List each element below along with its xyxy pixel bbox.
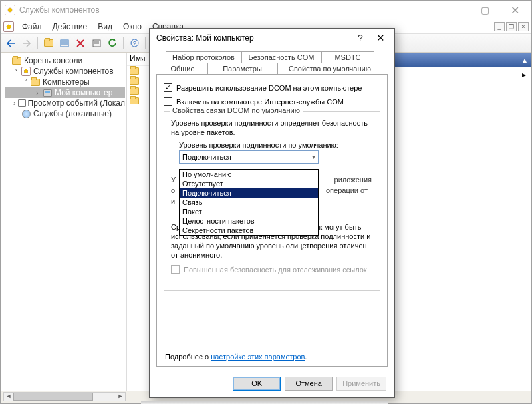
menu-window[interactable]: Окно bbox=[118, 21, 147, 33]
forward-button[interactable] bbox=[19, 36, 34, 51]
dialog-buttons: OK Отмена Применить bbox=[150, 369, 394, 397]
auth-level-dropdown[interactable]: По умолчанию Отсутствует Подключиться Св… bbox=[179, 169, 319, 236]
titlebar[interactable]: Службы компонентов — ▢ ✕ bbox=[1, 1, 531, 19]
folder-icon bbox=[130, 67, 139, 75]
mdi-minimize-button[interactable]: _ bbox=[494, 22, 505, 31]
dropdown-option[interactable]: Пакет bbox=[180, 207, 318, 216]
dialog-help-button[interactable]: ? bbox=[352, 33, 369, 43]
svg-rect-3 bbox=[93, 40, 100, 47]
combo-value: Подключиться bbox=[182, 153, 231, 161]
dialog-shadow bbox=[141, 401, 388, 404]
toolbar-folder-icon[interactable] bbox=[41, 36, 56, 51]
toolbar-delete-icon[interactable] bbox=[73, 36, 88, 51]
scroll-thumb[interactable] bbox=[13, 393, 93, 401]
folder-icon bbox=[130, 77, 139, 85]
scroll-left-icon[interactable]: ◄ bbox=[4, 393, 13, 401]
toolbar-list-icon[interactable] bbox=[57, 36, 72, 51]
auth-level-label: Уровень проверки подлинности по умолчани… bbox=[179, 141, 373, 149]
svg-rect-0 bbox=[61, 40, 68, 47]
toolbar-refresh-icon[interactable] bbox=[105, 36, 120, 51]
tree-root[interactable]: Корень консоли bbox=[24, 56, 82, 65]
apply-button[interactable]: Применить bbox=[336, 377, 386, 391]
tree-view[interactable]: Корень консоли ˅ Службы компонентов ˅ Ко… bbox=[1, 53, 127, 391]
services-icon bbox=[21, 109, 31, 118]
event-viewer-icon bbox=[18, 99, 26, 108]
tab-parameters[interactable]: Параметры bbox=[207, 63, 277, 74]
submenu-arrow-icon: ▸ bbox=[522, 70, 526, 79]
tree-expander[interactable]: › bbox=[33, 89, 42, 97]
window-title: Службы компонентов bbox=[19, 5, 440, 15]
folder-icon bbox=[130, 87, 139, 95]
maximize-button[interactable]: ▢ bbox=[470, 2, 500, 18]
obscured-text: риложения bbox=[334, 176, 372, 184]
dialog-titlebar[interactable]: Свойства: Мой компьютер ? ✕ bbox=[150, 29, 394, 47]
fieldset-legend: Свойства связи DCOM по умолчанию bbox=[170, 106, 303, 114]
app-icon bbox=[5, 5, 15, 15]
scroll-right-icon[interactable]: ► bbox=[116, 393, 125, 401]
tree-event-viewer[interactable]: Просмотр событий (Локал bbox=[28, 99, 125, 108]
svg-point-6 bbox=[131, 39, 138, 47]
dropdown-option[interactable]: Отсутствует bbox=[180, 179, 318, 188]
dialog-close-button[interactable]: ✕ bbox=[369, 32, 392, 44]
collapse-arrow-icon[interactable]: ▴ bbox=[523, 55, 527, 65]
mdi-restore-button[interactable]: ❐ bbox=[506, 22, 517, 31]
tree-expander[interactable]: ˅ bbox=[11, 68, 21, 75]
dialog-title: Свойства: Мой компьютер bbox=[156, 33, 352, 43]
folder-icon bbox=[11, 56, 22, 65]
dropdown-option-selected[interactable]: Подключиться bbox=[180, 188, 318, 198]
menu-view[interactable]: Вид bbox=[92, 21, 118, 33]
ok-button[interactable]: OK bbox=[233, 377, 281, 391]
dcom-defaults-fieldset: Свойства связи DCOM по умолчанию Уровень… bbox=[164, 111, 380, 291]
auth-level-combobox[interactable]: Подключиться ▾ bbox=[179, 150, 319, 164]
cancel-button[interactable]: Отмена bbox=[285, 377, 332, 391]
mdi-close-button[interactable]: × bbox=[518, 22, 529, 31]
enhanced-security-checkbox bbox=[171, 265, 180, 274]
minimize-button[interactable]: — bbox=[440, 2, 470, 18]
enable-dcom-checkbox[interactable]: ✓ bbox=[164, 83, 172, 92]
horizontal-scrollbar[interactable]: ◄ ► bbox=[3, 392, 126, 401]
svg-text:?: ? bbox=[132, 40, 136, 47]
folder-icon bbox=[130, 97, 139, 104]
more-info-link[interactable]: настройке этих параметров bbox=[211, 353, 305, 361]
chevron-down-icon: ▾ bbox=[312, 153, 315, 160]
tree-svc-components[interactable]: Службы компонентов bbox=[33, 67, 114, 76]
enable-inet-com-checkbox[interactable] bbox=[164, 97, 172, 106]
menu-action[interactable]: Действие bbox=[47, 21, 93, 33]
tree-computers[interactable]: Компьютеры bbox=[43, 77, 90, 87]
tab-msdtc[interactable]: MSDTC bbox=[321, 51, 374, 63]
obscured-text: и bbox=[171, 197, 175, 205]
enable-dcom-label: Разрешить использование DCOM на этом ком… bbox=[176, 84, 362, 92]
back-button[interactable] bbox=[3, 36, 18, 51]
computer-icon bbox=[42, 88, 53, 97]
dropdown-option[interactable]: Секретности пакетов bbox=[180, 226, 318, 235]
menu-file[interactable]: Файл bbox=[17, 21, 47, 33]
enhanced-security-label: Повышенная безопасность для отслеживания… bbox=[184, 266, 367, 274]
tab-protocols[interactable]: Набор протоколов bbox=[166, 51, 241, 63]
dropdown-option[interactable]: Связь bbox=[180, 198, 318, 207]
tree-my-computer[interactable]: Мой компьютер bbox=[55, 88, 112, 97]
obscured-text: У bbox=[171, 176, 176, 184]
more-info-prefix: Подробнее о bbox=[165, 353, 211, 361]
menu-app-icon bbox=[3, 21, 14, 32]
tree-services-local[interactable]: Службы (локальные) bbox=[33, 109, 112, 118]
gear-icon bbox=[21, 67, 31, 76]
obscured-text: операции от bbox=[326, 186, 368, 194]
tab-com-security[interactable]: Безопасность COM bbox=[241, 51, 321, 63]
tab-panel: ✓ Разрешить использование DCOM на этом к… bbox=[156, 74, 388, 367]
tab-general[interactable]: Общие bbox=[158, 63, 207, 74]
toolbar-help-icon[interactable]: ? bbox=[127, 36, 142, 51]
close-button[interactable]: ✕ bbox=[500, 2, 530, 18]
tab-default-properties[interactable]: Свойства по умолчанию bbox=[277, 63, 382, 74]
folder-icon bbox=[30, 77, 41, 87]
toolbar-properties-icon[interactable] bbox=[89, 36, 104, 51]
dropdown-option[interactable]: По умолчанию bbox=[180, 170, 318, 179]
tree-expander[interactable]: › bbox=[11, 100, 18, 107]
tree-expander[interactable]: ˅ bbox=[21, 79, 30, 86]
obscured-text: о bbox=[171, 186, 175, 194]
auth-level-description: Уровень проверки подлинности определяет … bbox=[171, 118, 373, 137]
properties-dialog: Свойства: Мой компьютер ? ✕ Набор проток… bbox=[149, 28, 395, 398]
more-info-line: Подробнее о настройке этих параметров. bbox=[165, 353, 307, 361]
enable-inet-com-label: Включить на компьютере Интернет-службы C… bbox=[176, 98, 344, 106]
dropdown-option[interactable]: Целостности пакетов bbox=[180, 216, 318, 226]
